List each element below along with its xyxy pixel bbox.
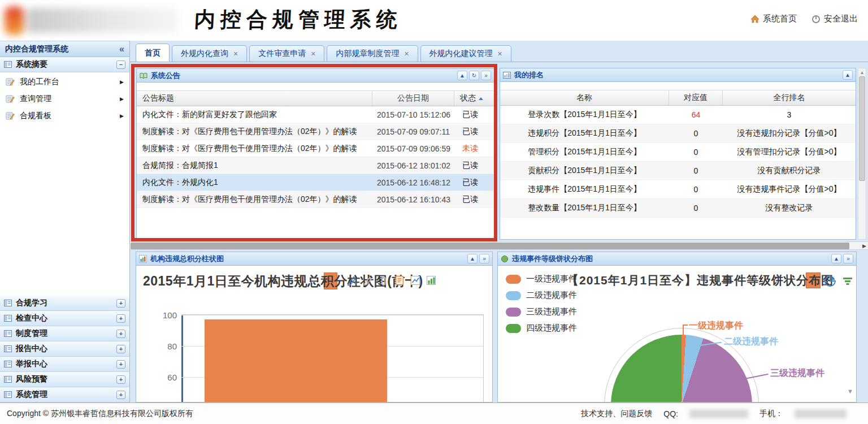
refresh-panel-button[interactable]: ↻ — [469, 71, 479, 80]
expand-section-button[interactable]: + — [116, 299, 125, 308]
sidebar-accordion-header[interactable]: 风险预警 + — [0, 372, 129, 387]
ranking-row[interactable]: 整改数量【2015年1月1日至今】 0 没有整改记录 — [500, 199, 856, 218]
sidebar: 内控合规管理系统 « 系统摘要 − 我的工作台 ▶ 查询管理 ▶ — [0, 41, 130, 403]
expand-section-button[interactable]: + — [116, 391, 125, 399]
pie-chart-icon[interactable] — [824, 275, 836, 287]
tab-close-icon[interactable]: × — [498, 50, 502, 58]
phone-number-blurred — [795, 409, 847, 418]
logo — [3, 2, 184, 37]
legend-swatch — [506, 291, 521, 300]
pie-chart-panel: 违规事件等级饼状分布图 ▲ » 一级违规事件 二级违规事件 — [497, 252, 857, 403]
vertical-scrollbar[interactable]: ▲ — [858, 68, 866, 240]
collapse-panel-button[interactable]: ▲ — [457, 71, 467, 80]
ranking-row[interactable]: 管理积分【2015年1月1日至今】 0 没有管理扣分记录【分值>0】 — [500, 143, 856, 162]
vertical-scroll-thumb[interactable] — [859, 76, 865, 181]
expand-section-button[interactable]: + — [116, 314, 125, 323]
tab-close-icon[interactable]: × — [311, 50, 315, 58]
support-text: 技术支持、问题反馈 — [581, 409, 652, 419]
edit-add-icon[interactable] — [346, 275, 358, 286]
announcement-row[interactable]: 内化文件：外规内化1 2015-06-12 16:48:12 已读 — [137, 174, 494, 191]
collapse-panel-button[interactable]: ▲ — [831, 254, 841, 263]
pie-callout-label: 三级违规事件 — [770, 367, 824, 379]
expand-panel-button[interactable]: » — [479, 254, 489, 263]
panel-icon — [4, 345, 12, 353]
legend-item[interactable]: 一级违规事件 — [506, 274, 577, 284]
expand-section-button[interactable]: + — [116, 375, 125, 384]
sidebar-accordion-header[interactable]: 报告中心 + — [0, 341, 129, 357]
announcement-row[interactable]: 制度解读：对《医疗费用包干使用管理办法（02年）》的解读 2015-07-09 … — [137, 123, 494, 140]
pie-legend: 一级违规事件 二级违规事件 三级违规事件 四级违规事件 — [506, 274, 577, 334]
y-tick-label: 60 — [154, 373, 177, 382]
announcements-panel: 系统公告 ▲ ↻ » 公告标题 公告日期 状态 内化文件：新的财富更好发了跟他回… — [136, 68, 494, 239]
announcement-row[interactable]: 制度解读：对《医疗费用包干使用管理办法（02年）》的解读 2015-07-09 … — [137, 140, 494, 157]
home-icon — [750, 15, 760, 24]
ranking-row[interactable]: 登录次数【2015年1月1日至今】 64 3 — [500, 106, 856, 124]
tab-close-icon[interactable]: × — [404, 50, 409, 58]
panel-icon — [4, 360, 12, 368]
edit-icon[interactable] — [362, 275, 374, 286]
pie-chart-panel-header: 违规事件等级饼状分布图 ▲ » — [498, 252, 856, 266]
collapse-panel-button[interactable]: ▲ — [843, 70, 853, 80]
home-link[interactable]: 系统首页 — [750, 14, 797, 24]
horizontal-scrollbar[interactable]: ▶ — [130, 241, 868, 250]
bar-chart-icon — [139, 255, 147, 263]
expand-section-button[interactable]: + — [116, 345, 125, 353]
sidebar-accordion-header[interactable]: 举报中心 + — [0, 357, 129, 372]
line-chart-icon[interactable] — [410, 275, 421, 286]
ranking-row[interactable]: 贡献积分【2015年1月1日至今】 0 没有贡献积分记录 — [500, 162, 856, 180]
collapse-section-button[interactable]: − — [116, 60, 125, 69]
copyright-text: Copyright © 苏州银丰睿哲信息科技有限公司版权所有 — [7, 409, 193, 419]
sort-asc-icon — [479, 97, 483, 100]
tab[interactable]: 文件审查申请 × — [249, 45, 324, 62]
expand-panel-button[interactable]: » — [843, 254, 853, 263]
panel-icon — [4, 314, 12, 322]
tab-close-icon[interactable]: × — [233, 50, 238, 58]
announcement-row[interactable]: 合规简报：合规简报1 2015-06-12 18:01:02 已读 — [137, 157, 494, 174]
expand-section-button[interactable]: + — [116, 330, 125, 338]
panel-icon — [4, 375, 12, 383]
sidebar-collapse-icon[interactable]: « — [119, 45, 124, 54]
horizontal-scroll-thumb[interactable] — [131, 243, 849, 249]
sidebar-menu: 我的工作台 ▶ 查询管理 ▶ 合规看板 ▶ — [0, 72, 129, 296]
legend-item[interactable]: 四级违规事件 — [506, 323, 577, 334]
sidebar-menu-item[interactable]: 合规看板 ▶ — [0, 107, 129, 124]
sidebar-menu-item[interactable]: 我的工作台 ▶ — [0, 73, 129, 90]
ranking-row[interactable]: 违规事件【2015年1月1日至今】 0 没有违规事件记录【分值>0】 — [500, 180, 856, 199]
sidebar-accordion-header[interactable]: 检查中心 + — [0, 311, 129, 326]
sidebar-accordion-header[interactable]: 合规学习 + — [0, 296, 129, 311]
funnel-icon[interactable] — [843, 275, 853, 287]
column-chart-icon[interactable] — [426, 275, 437, 286]
legend-item[interactable]: 三级违规事件 — [506, 306, 577, 317]
legend-swatch — [506, 324, 521, 333]
delete-icon[interactable] — [378, 275, 389, 286]
tab[interactable]: 内部规章制度管理 × — [327, 45, 418, 62]
tab[interactable]: 首页 — [136, 44, 170, 62]
announcement-row[interactable]: 制度解读：对《医疗费用包干使用管理办法（02年）》的解读 2015-06-12 … — [137, 191, 494, 208]
app-title: 内控合规管理系统 — [194, 6, 403, 34]
pie-callout-label: 二级违规事件 — [724, 336, 778, 348]
collapse-panel-button[interactable]: ▲ — [467, 254, 478, 263]
qq-label: QQ: — [663, 409, 678, 418]
tab[interactable]: 外规内化查询 × — [172, 45, 247, 62]
announcement-row[interactable]: 内化文件：新的财富更好发了跟他回家 2015-07-10 15:12:06 已读 — [137, 106, 494, 123]
tab[interactable]: 外规内化建议管理 × — [420, 45, 511, 62]
edit-note-icon — [6, 77, 15, 86]
pie-toolbar — [824, 275, 856, 287]
sidebar-accordion-header[interactable]: 系统管理 + — [0, 387, 129, 403]
sidebar-section-summary[interactable]: 系统摘要 − — [0, 57, 129, 72]
scroll-right-icon[interactable]: ▶ — [862, 243, 866, 249]
legend-item[interactable]: 二级违规事件 — [506, 290, 577, 301]
expand-section-button[interactable]: + — [116, 360, 125, 369]
edit-note-icon — [6, 111, 15, 120]
app-header: 内控合规管理系统 系统首页 安全退出 — [0, 0, 868, 41]
expand-panel-button[interactable]: » — [481, 71, 491, 80]
report-icon[interactable] — [394, 275, 405, 286]
ranking-row[interactable]: 违规积分【2015年1月1日至今】 0 没有违规扣分记录【分值>0】 — [500, 124, 856, 143]
panel-icon — [4, 299, 12, 307]
logout-link[interactable]: 安全退出 — [811, 14, 858, 24]
sidebar-menu-item[interactable]: 查询管理 ▶ — [0, 90, 129, 107]
scroll-up-icon[interactable]: ▲ — [860, 68, 865, 76]
bar-rect[interactable] — [205, 319, 387, 402]
scroll-down-icon[interactable]: ▼ — [847, 388, 853, 395]
sidebar-accordion-header[interactable]: 制度管理 + — [0, 326, 129, 341]
